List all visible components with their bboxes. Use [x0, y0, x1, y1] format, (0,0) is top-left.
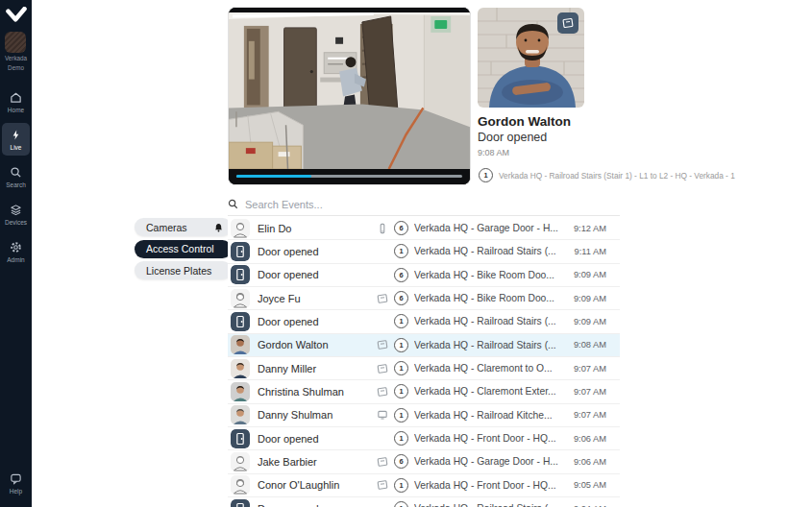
org-switcher[interactable]: Verkada Demo — [5, 32, 27, 72]
event-row[interactable]: Danny Miller 1 Verkada HQ - Claremont to… — [228, 357, 620, 380]
event-row[interactable]: Christina Shulman 1 Verkada HQ - Claremo… — [228, 380, 620, 403]
sidebar-item-admin[interactable]: Admin — [2, 235, 30, 268]
person-avatar — [231, 219, 250, 238]
event-title: Joyce Fu — [258, 293, 377, 304]
event-row[interactable]: Door opened 6 Verkada HQ - Bike Room Doo… — [228, 264, 620, 287]
video-progress-bar[interactable] — [236, 175, 462, 178]
search-icon — [228, 199, 238, 209]
event-row[interactable]: Danny Shulman 1 Verkada HQ - Railroad Ki… — [228, 404, 620, 427]
help-icon — [10, 472, 22, 485]
event-location: Verkada HQ - Railroad Stairs (... — [414, 340, 566, 350]
event-title: Danny Miller — [258, 363, 377, 374]
event-row[interactable]: Joyce Fu 6 Verkada HQ - Bike Room Doo...… — [228, 287, 620, 310]
event-time: 9:07 AM — [566, 410, 606, 420]
unlock-method-icon — [377, 386, 390, 398]
unlock-method-icon — [377, 409, 390, 421]
unlock-method-icon — [377, 479, 390, 491]
sidebar-item-label: Live — [11, 144, 22, 151]
search-bar — [228, 193, 620, 216]
event-time: 9:07 AM — [566, 387, 606, 397]
event-location: Verkada HQ - Railroad Stairs (... — [414, 316, 566, 326]
filter-chip-license-plates[interactable]: License Plates — [135, 261, 232, 279]
door-count-badge: 6 — [394, 454, 408, 469]
sidebar-item-help[interactable]: Help — [2, 467, 30, 499]
door-count-badge: 1 — [394, 338, 408, 352]
event-time: 9:09 AM — [566, 294, 606, 303]
verkada-logo-icon[interactable] — [6, 7, 27, 24]
sidebar-item-search[interactable]: Search — [2, 160, 30, 193]
person-avatar — [231, 289, 250, 308]
event-title: Gordon Walton — [258, 339, 377, 350]
filter-chip-label: Cameras — [146, 222, 187, 233]
event-row[interactable]: Door opened 1 Verkada HQ - Railroad Stai… — [228, 240, 620, 263]
person-avatar — [231, 335, 250, 354]
gear-icon — [10, 241, 22, 254]
event-type-filters: CamerasAccess ControlLicense Plates — [135, 218, 232, 279]
event-row[interactable]: Jake Barbier 6 Verkada HQ - Garage Door … — [228, 450, 620, 473]
sidebar: Verkada Demo HomeLiveSearchDevicesAdmin … — [0, 0, 32, 507]
help-label: Help — [10, 488, 22, 495]
event-location: Verkada HQ - Bike Room Doo... — [414, 293, 566, 303]
event-row[interactable]: Door opened 1 Verkada HQ - Railroad Stai… — [228, 310, 620, 333]
door-count-badge: 6 — [394, 221, 408, 235]
live-video-player[interactable] — [228, 7, 471, 185]
event-title: Door opened — [258, 246, 377, 257]
event-row[interactable]: Elin Do 6 Verkada HQ - Garage Door - H..… — [228, 217, 620, 240]
filter-chip-access-control[interactable]: Access Control — [135, 240, 232, 258]
event-time: 9:09 AM — [566, 317, 606, 326]
filter-chip-cameras[interactable]: Cameras — [135, 218, 232, 236]
sidebar-item-live[interactable]: Live — [2, 123, 30, 156]
door-count-badge: 1 — [394, 384, 408, 398]
person-avatar — [231, 475, 250, 495]
door-count-badge: 6 — [394, 291, 408, 305]
sidebar-item-devices[interactable]: Devices — [2, 198, 30, 230]
event-row[interactable]: Gordon Walton 1 Verkada HQ - Railroad St… — [228, 334, 620, 357]
unlock-method-icon — [377, 246, 390, 257]
door-count-badge: 1 — [479, 168, 493, 182]
unlock-method-icon — [377, 293, 390, 304]
unlock-method-icon — [377, 433, 390, 445]
person-avatar — [231, 452, 250, 471]
unlock-method-icon — [377, 363, 390, 374]
event-title: Conor O'Laughlin — [258, 479, 377, 491]
devices-icon — [10, 204, 22, 216]
event-location: Verkada HQ - Claremont to O... — [414, 363, 566, 374]
event-time: 9:06 AM — [566, 434, 606, 444]
org-avatar — [5, 32, 26, 53]
sidebar-item-home[interactable]: Home — [2, 85, 30, 118]
event-location: Verkada HQ - Railroad Kitche... — [414, 410, 566, 421]
video-progress-fill — [236, 175, 311, 178]
event-title: Door opened — [258, 269, 377, 280]
door-count-badge: 1 — [394, 431, 408, 446]
access-event-badge[interactable] — [557, 12, 578, 34]
event-location: Verkada HQ - Front Door - HQ... — [414, 433, 566, 444]
event-row[interactable]: Door opened 1 Verkada HQ - Front Door - … — [228, 427, 620, 450]
event-location: Verkada HQ - Claremont Exter... — [414, 386, 566, 397]
door-count-badge: 1 — [394, 501, 408, 507]
event-location: Verkada HQ - Railroad Stairs (... — [414, 503, 566, 507]
search-icon — [10, 166, 22, 179]
event-location: Verkada HQ - Front Door - HQ... — [414, 480, 566, 491]
sidebar-item-label: Home — [8, 107, 24, 113]
detail-location-row[interactable]: 1 Verkada HQ - Railroad Stairs (Stair 1)… — [479, 168, 735, 182]
search-input[interactable] — [245, 199, 620, 210]
detail-person-name: Gordon Walton — [478, 114, 571, 129]
event-list: Elin Do 6 Verkada HQ - Garage Door - H..… — [228, 217, 620, 507]
filter-chip-label: Access Control — [146, 243, 214, 254]
org-name-line2: Demo — [8, 64, 24, 72]
event-time: 9:09 AM — [566, 270, 606, 279]
event-title: Elin Do — [258, 223, 377, 234]
event-location: Verkada HQ - Garage Door - H... — [414, 456, 566, 467]
door-icon — [231, 429, 250, 448]
event-location: Verkada HQ - Bike Room Doo... — [414, 270, 566, 280]
event-location: Verkada HQ - Railroad Stairs (... — [414, 246, 566, 256]
sidebar-nav: HomeLiveSearchDevicesAdmin — [0, 85, 32, 273]
event-row[interactable]: Door opened 1 Verkada HQ - Railroad Stai… — [228, 497, 620, 507]
event-row[interactable]: Conor O'Laughlin 1 Verkada HQ - Front Do… — [228, 474, 620, 497]
org-name-line1: Verkada — [5, 55, 27, 62]
detail-event-time: 9:08 AM — [478, 148, 509, 157]
sidebar-item-label: Devices — [5, 219, 27, 226]
filter-chip-label: License Plates — [146, 265, 211, 277]
event-title: Jake Barbier — [258, 456, 377, 468]
lightning-icon — [10, 129, 22, 141]
